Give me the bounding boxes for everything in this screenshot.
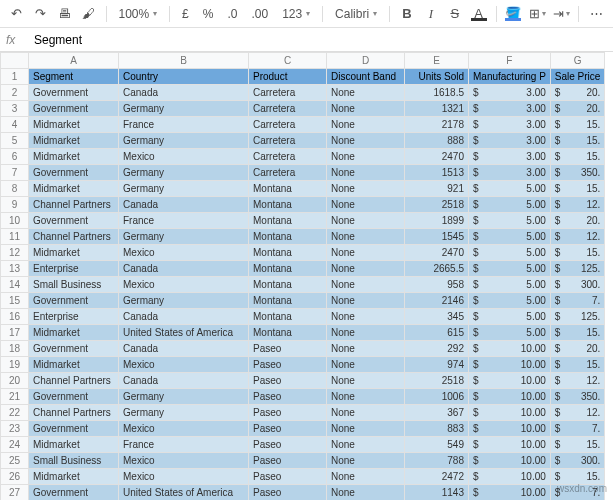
col-header-A[interactable]: A [29,53,119,69]
cell[interactable]: 1899 [405,213,469,229]
cell[interactable]: Canada [119,309,249,325]
cell[interactable]: Discount Band [327,69,405,85]
cell[interactable]: United States of America [119,485,249,501]
cell[interactable]: 1006 [405,389,469,405]
cell[interactable]: None [327,309,405,325]
cell[interactable]: $15. [550,325,605,341]
cell[interactable]: Germany [119,165,249,181]
cell[interactable]: 2472 [405,469,469,485]
undo-icon[interactable]: ↶ [8,4,26,24]
cell[interactable]: None [327,165,405,181]
cell[interactable]: Enterprise [29,309,119,325]
cell[interactable]: $5.00 [469,245,551,261]
cell[interactable]: Units Sold [405,69,469,85]
percent-button[interactable]: % [199,7,218,21]
cell[interactable]: Midmarket [29,181,119,197]
cell[interactable]: None [327,341,405,357]
cell[interactable]: $125. [550,309,605,325]
row-header[interactable]: 22 [1,405,29,421]
print-icon[interactable]: 🖶 [56,4,74,24]
cell[interactable]: $7. [550,421,605,437]
row-header[interactable]: 15 [1,293,29,309]
cell[interactable]: $20. [550,341,605,357]
row-header[interactable]: 14 [1,277,29,293]
cell[interactable]: None [327,389,405,405]
cell[interactable]: Carretera [249,133,327,149]
cell[interactable]: 883 [405,421,469,437]
cell[interactable]: 549 [405,437,469,453]
formula-input[interactable] [30,31,607,49]
cell[interactable]: Paseo [249,469,327,485]
row-header[interactable]: 11 [1,229,29,245]
cell[interactable]: None [327,117,405,133]
borders-button[interactable]: ⊞ [528,4,546,24]
cell[interactable]: Carretera [249,85,327,101]
cell[interactable]: None [327,421,405,437]
row-header[interactable]: 21 [1,389,29,405]
cell[interactable]: $5.00 [469,277,551,293]
cell[interactable]: None [327,149,405,165]
cell[interactable]: Montana [249,325,327,341]
fill-color-button[interactable]: 🪣 [505,4,523,24]
font-select[interactable]: Calibri [331,7,381,21]
cell[interactable]: $10.00 [469,357,551,373]
decrease-decimal-button[interactable]: .0 [223,7,241,21]
cell[interactable]: Enterprise [29,261,119,277]
cell[interactable]: Small Business [29,277,119,293]
cell[interactable]: None [327,293,405,309]
cell[interactable]: Mexico [119,453,249,469]
col-header-C[interactable]: C [249,53,327,69]
cell[interactable]: $5.00 [469,181,551,197]
cell[interactable]: 1143 [405,485,469,501]
row-header[interactable]: 26 [1,469,29,485]
merge-button[interactable]: ⇥ [552,4,570,24]
col-header-F[interactable]: F [469,53,551,69]
cell[interactable]: Canada [119,341,249,357]
cell[interactable]: Government [29,165,119,181]
zoom-select[interactable]: 100% [115,7,162,21]
cell[interactable]: None [327,101,405,117]
cell[interactable]: $3.00 [469,101,551,117]
cell[interactable]: None [327,181,405,197]
col-header-E[interactable]: E [405,53,469,69]
cell[interactable]: $10.00 [469,421,551,437]
cell[interactable]: $10.00 [469,373,551,389]
text-color-button[interactable]: A [470,4,488,24]
row-header[interactable]: 16 [1,309,29,325]
cell[interactable]: None [327,277,405,293]
row-header[interactable]: 12 [1,245,29,261]
cell[interactable]: Germany [119,229,249,245]
cell[interactable]: Government [29,101,119,117]
row-header[interactable]: 1 [1,69,29,85]
cell[interactable]: None [327,245,405,261]
cell[interactable]: 292 [405,341,469,357]
cell[interactable]: $5.00 [469,261,551,277]
cell[interactable]: $15. [550,437,605,453]
cell[interactable]: Montana [249,261,327,277]
cell[interactable]: Canada [119,373,249,389]
cell[interactable]: 2518 [405,197,469,213]
row-header[interactable]: 25 [1,453,29,469]
cell[interactable]: None [327,261,405,277]
cell[interactable]: Government [29,485,119,501]
cell[interactable]: Government [29,293,119,309]
col-header-G[interactable]: G [550,53,605,69]
cell[interactable]: Montana [249,293,327,309]
cell[interactable]: 921 [405,181,469,197]
cell[interactable]: Channel Partners [29,405,119,421]
row-header[interactable]: 6 [1,149,29,165]
cell[interactable]: $12. [550,373,605,389]
row-header[interactable]: 17 [1,325,29,341]
cell[interactable]: Midmarket [29,437,119,453]
cell[interactable]: None [327,197,405,213]
cell[interactable]: None [327,469,405,485]
cell[interactable]: Channel Partners [29,229,119,245]
row-header[interactable]: 4 [1,117,29,133]
cell[interactable]: None [327,133,405,149]
cell[interactable]: $3.00 [469,165,551,181]
cell[interactable]: $350. [550,389,605,405]
more-button[interactable]: ⋯ [587,4,605,24]
cell[interactable]: $300. [550,453,605,469]
cell[interactable]: None [327,437,405,453]
cell[interactable]: Paseo [249,421,327,437]
